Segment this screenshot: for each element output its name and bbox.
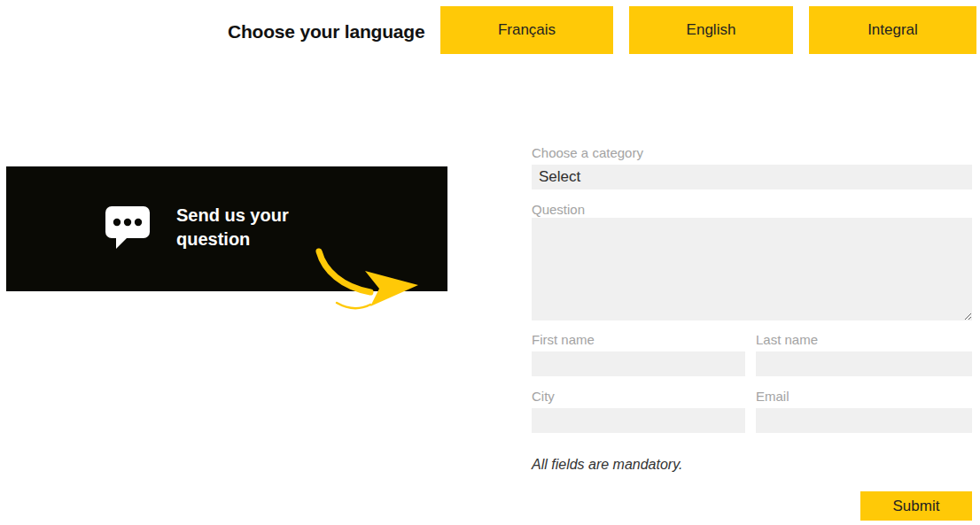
contact-page: Choose your language Français English In… <box>0 0 980 525</box>
language-button-integral[interactable]: Integral <box>809 6 976 54</box>
question-textarea[interactable] <box>532 218 972 320</box>
city-input[interactable] <box>532 408 745 433</box>
language-button-english[interactable]: English <box>629 6 793 54</box>
question-label: Question <box>532 202 585 217</box>
category-label: Choose a category <box>532 145 643 160</box>
last-name-label: Last name <box>756 332 818 347</box>
submit-button[interactable]: Submit <box>860 491 972 521</box>
first-name-label: First name <box>532 332 595 347</box>
mandatory-note: All fields are mandatory. <box>532 457 682 473</box>
page-title: Choose your language <box>228 21 424 42</box>
category-select[interactable]: Select <box>532 165 972 189</box>
last-name-input[interactable] <box>756 351 972 376</box>
language-button-francais[interactable]: Français <box>440 6 613 54</box>
email-label: Email <box>756 389 789 404</box>
email-input[interactable] <box>756 408 972 433</box>
speech-bubble-icon <box>105 205 151 250</box>
first-name-input[interactable] <box>532 351 745 376</box>
curved-arrow-icon <box>310 248 459 312</box>
city-label: City <box>532 389 555 404</box>
banner-title: Send us your question <box>176 204 323 251</box>
